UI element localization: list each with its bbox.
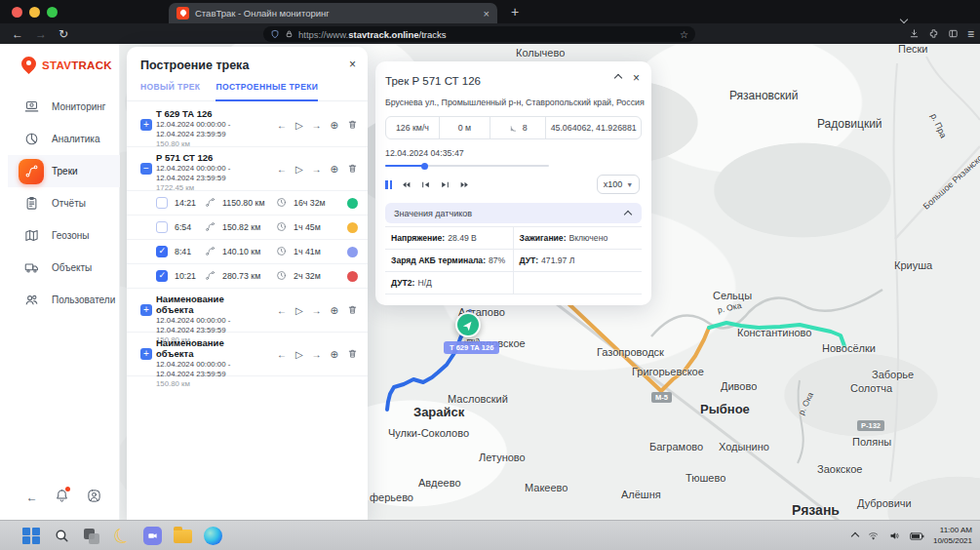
sidebar-item-monitoring[interactable]: Мониторинг (8, 91, 120, 123)
track-segment-row[interactable]: 6:54150.82 км1ч 45м (127, 216, 368, 240)
next-point-button[interactable]: → (312, 350, 322, 360)
play-track-button[interactable]: ▷ (295, 121, 303, 131)
sensors-collapse-chevron-icon[interactable] (624, 211, 632, 218)
track-item[interactable]: +Т 629 ТА 12612.04.2024 00:00:00 - 12.04… (127, 103, 368, 147)
sidebar-item-objects[interactable]: Объекты (8, 252, 120, 284)
back-button[interactable]: ← (12, 27, 23, 41)
satellite-icon (509, 123, 519, 133)
pause-button[interactable] (385, 180, 392, 189)
collapse-sidebar-button[interactable]: ← (26, 491, 38, 504)
tray-chevron-icon[interactable] (851, 531, 859, 539)
expand-track-button[interactable]: + (140, 119, 152, 131)
task-view-icon[interactable] (82, 527, 101, 546)
nightlight-app-icon[interactable]: ☾ (112, 527, 132, 546)
detail-close-icon[interactable]: × (633, 73, 640, 83)
track-segment-row[interactable]: 14:211150.80 км16ч 32м (127, 191, 368, 216)
new-tab-button[interactable]: + (511, 4, 519, 20)
play-track-button[interactable]: ▷ (295, 165, 303, 175)
vehicle-label-badge[interactable]: Т 629 ТА 126 (444, 341, 499, 354)
step-back-button[interactable] (420, 179, 431, 190)
window-close-button[interactable] (12, 7, 22, 18)
vehicle-marker[interactable] (455, 312, 481, 337)
edge-browser-icon[interactable] (203, 527, 222, 546)
step-forward-button[interactable] (440, 179, 451, 190)
add-geopoint-button[interactable]: ⊕ (331, 165, 338, 175)
sidebar-panel-icon[interactable] (948, 28, 959, 39)
prev-point-button[interactable]: ← (277, 306, 287, 316)
sidebar-item-users[interactable]: Пользователи (8, 284, 120, 316)
expand-track-button[interactable]: + (140, 304, 152, 316)
add-geopoint-button[interactable]: ⊕ (331, 306, 338, 316)
track-item[interactable]: −Р 571 СТ 12612.04.2024 00:00:00 - 12.04… (127, 147, 368, 191)
forward-button[interactable]: → (35, 27, 47, 41)
add-geopoint-button[interactable]: ⊕ (331, 121, 338, 131)
delete-track-button[interactable] (347, 163, 358, 176)
extensions-icon[interactable] (928, 28, 939, 39)
prev-point-button[interactable]: ← (277, 350, 287, 360)
sidebar-item-tracks[interactable]: Треки (8, 155, 120, 187)
track-item[interactable]: +Наименование объекта12.04.2024 00:00:00… (127, 289, 368, 333)
start-button[interactable] (21, 527, 41, 546)
next-point-button[interactable]: → (312, 165, 322, 175)
delete-track-button[interactable] (347, 348, 358, 361)
window-zoom-button[interactable] (47, 7, 58, 18)
route-icon (19, 159, 44, 184)
taskbar-clock[interactable]: 11:00 AM 10/05/2021 (933, 526, 972, 546)
downloads-icon[interactable] (909, 28, 920, 39)
reload-button[interactable]: ↻ (59, 27, 68, 41)
playback-slider[interactable] (385, 165, 549, 167)
river-oka-south (798, 380, 804, 463)
tab-close-icon[interactable]: × (484, 8, 490, 20)
delete-track-button[interactable] (347, 304, 358, 317)
add-geopoint-button[interactable]: ⊕ (331, 350, 338, 360)
track-segment-row[interactable]: 8:41140.10 км1ч 41м (127, 240, 368, 264)
bookmark-star-icon[interactable]: ☆ (680, 29, 688, 40)
track-segment-row[interactable]: 10:21280.73 км2ч 32м (127, 264, 368, 289)
profile-icon[interactable] (87, 489, 101, 506)
browser-tab[interactable]: СтавТрак - Онлайн мониторинг × (169, 3, 497, 23)
prev-point-button[interactable]: ← (277, 121, 287, 131)
menu-icon[interactable]: ≡ (967, 27, 974, 41)
collapse-card-chevron-icon[interactable] (614, 74, 622, 82)
sidebar-item-analytics[interactable]: Аналитика (8, 123, 120, 155)
segment-checkbox[interactable] (156, 221, 168, 233)
play-track-button[interactable]: ▷ (295, 350, 303, 360)
rewind-button[interactable] (401, 179, 412, 190)
sidebar-item-geozones[interactable]: Геозоны (8, 219, 120, 252)
segment-color-dot (347, 198, 358, 209)
tab-new-track[interactable]: НОВЫЙ ТРЕК (140, 82, 200, 100)
segment-checkbox-checked[interactable] (156, 246, 168, 257)
track-item[interactable]: +Наименование объекта12.04.2024 00:00:00… (127, 333, 368, 376)
search-icon[interactable] (52, 527, 71, 546)
expand-track-button[interactable]: + (140, 348, 152, 360)
track-info: Р 571 СТ 12612.04.2024 00:00:00 - 12.04.… (156, 152, 261, 192)
sidebar-item-label: Аналитика (52, 134, 100, 144)
file-explorer-icon[interactable] (173, 527, 192, 546)
wifi-icon[interactable] (867, 530, 880, 541)
volume-icon[interactable] (888, 530, 901, 541)
segment-checkbox-checked[interactable] (156, 270, 168, 282)
tracks-panel-close-icon[interactable]: × (349, 58, 356, 71)
sidebar-item-reports[interactable]: Отчёты (8, 187, 120, 219)
prev-point-button[interactable]: ← (277, 165, 287, 175)
teams-chat-icon[interactable] (142, 527, 162, 546)
collapse-track-button[interactable]: − (140, 163, 152, 175)
geozone-icon (23, 227, 40, 244)
sensors-header[interactable]: Значения датчиков (385, 203, 642, 223)
battery-icon[interactable] (910, 531, 924, 541)
tracks-panel: Построение трека × НОВЫЙ ТРЕК ПОСТРОЕННЫ… (127, 47, 368, 520)
next-point-button[interactable]: → (312, 121, 322, 131)
window-minimize-button[interactable] (29, 7, 40, 18)
url-bar[interactable]: https://www.stavtrack.online/tracks ☆ (263, 26, 695, 42)
play-track-button[interactable]: ▷ (295, 306, 303, 316)
notifications-bell-icon[interactable] (55, 489, 69, 506)
slider-knob[interactable] (421, 163, 428, 170)
segment-checkbox[interactable] (156, 197, 168, 209)
track-info: Т 629 ТА 12612.04.2024 00:00:00 - 12.04.… (156, 108, 261, 148)
speed-multiplier-dropdown[interactable]: x100▼ (597, 175, 640, 194)
segment-distance: 280.73 км (222, 271, 269, 281)
delete-track-button[interactable] (347, 119, 358, 132)
tab-built-tracks[interactable]: ПОСТРОЕННЫЕ ТРЕКИ (216, 82, 318, 101)
fast-forward-button[interactable] (459, 179, 470, 190)
next-point-button[interactable]: → (312, 306, 322, 316)
